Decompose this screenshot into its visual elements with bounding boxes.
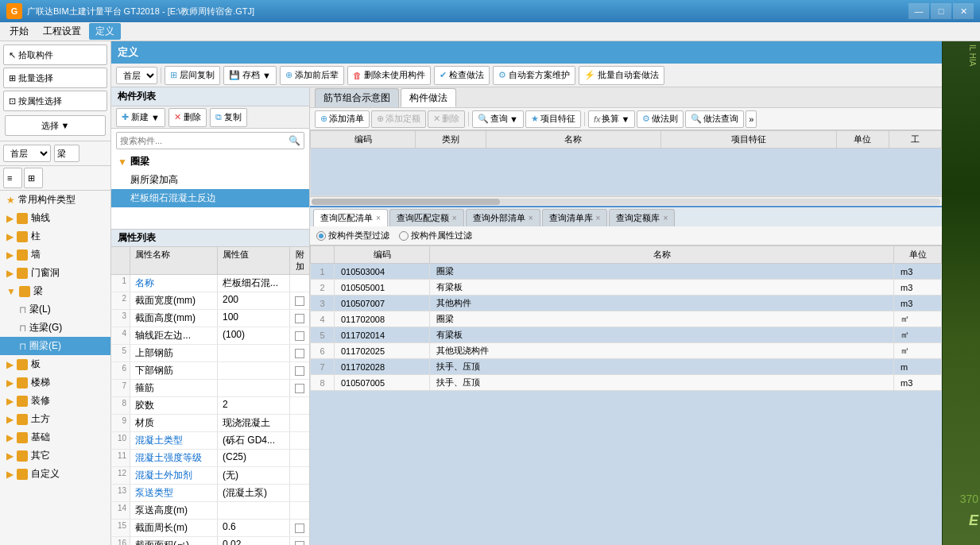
close-button[interactable]: ✕ (953, 3, 974, 19)
comp-item-toilet-beam[interactable]: 厕所梁加高 (111, 171, 309, 189)
method-rule-btn[interactable]: ⚙ 做法则 (637, 110, 684, 128)
tab-rebar-diagram[interactable]: 筋节组合示意图 (315, 88, 399, 107)
tree-item-wall[interactable]: ▶ 墙 (0, 245, 110, 264)
comp-search-input[interactable] (120, 136, 289, 145)
comp-group-beam[interactable]: ▼ 圈梁 (111, 153, 309, 171)
batch-auto-btn[interactable]: ⚡ 批量自动套做法 (579, 66, 664, 85)
props-row-14[interactable]: 14泵送高度(m) (111, 502, 309, 520)
select-dropdown-btn[interactable]: 选择 ▼ (5, 115, 106, 136)
fx-icon: fx (594, 114, 601, 124)
comp-search-bar[interactable]: 🔍 (116, 132, 304, 149)
props-row-7[interactable]: 7箍筋 (111, 380, 309, 397)
tree-item-beam-l[interactable]: ⊓ 梁(L) (0, 300, 110, 319)
maximize-button[interactable]: □ (931, 3, 951, 19)
tab-close-4[interactable]: × (596, 214, 601, 222)
floor-copy-btn[interactable]: ⊞ 层间复制 (165, 66, 220, 85)
add-relation-btn[interactable]: ⊕ 添加前后辈 (280, 66, 344, 85)
props-row-12[interactable]: 12混凝土外加剂(无) (111, 467, 309, 485)
new-comp-btn[interactable]: ✚ 新建 ▼ (116, 108, 165, 127)
tab-close-1[interactable]: × (376, 214, 381, 222)
props-row-4[interactable]: 4轴线距左边...(100) (111, 327, 309, 345)
bottom-table-row[interactable]: 5 011702014 有梁板 ㎡ (311, 327, 942, 343)
add-list-btn[interactable]: ⊕ 添加清单 (315, 110, 370, 128)
bottom-tab-quota-lib[interactable]: 查询定额库 × (609, 209, 675, 226)
props-row-15[interactable]: 15截面周长(m)0.6 (111, 520, 309, 537)
check-method-btn[interactable]: ✔ 检查做法 (434, 66, 490, 85)
bottom-table-row[interactable]: 2 010505001 有梁板 m3 (311, 280, 942, 296)
menu-start[interactable]: 开始 (3, 23, 35, 40)
bottom-tab-match-quota[interactable]: 查询匹配定额 × (389, 209, 464, 226)
grid-view-btn[interactable]: ⊞ (24, 168, 43, 188)
filter-by-type[interactable]: 按构件类型过滤 (316, 230, 389, 242)
tab-close-3[interactable]: × (529, 214, 533, 222)
delete-comp-btn[interactable]: ✕ 删除 (168, 108, 207, 127)
tab-close-5[interactable]: × (663, 214, 668, 222)
more-btn[interactable]: » (746, 110, 757, 128)
tree-item-foundation[interactable]: ▶ 基础 (0, 428, 110, 446)
method-query-btn[interactable]: 🔍 做法查询 (685, 110, 744, 128)
tree-item-axis[interactable]: ▶ 轴线 (0, 209, 110, 227)
bottom-table-row[interactable]: 3 010507007 其他构件 m3 (311, 296, 942, 311)
auto-match-btn[interactable]: ⚙ 自动套方案维护 (493, 66, 575, 85)
add-quota-btn[interactable]: ⊕ 添加定额 (371, 110, 426, 128)
delete-unused-btn[interactable]: 🗑 删除未使用构件 (347, 66, 431, 85)
props-row-13[interactable]: 13泵送类型(混凝土泵) (111, 485, 309, 502)
tree-item-stair[interactable]: ▶ 楼梯 (0, 373, 110, 392)
delete-item-btn[interactable]: ✕ 删除 (428, 110, 465, 128)
floor-selector[interactable]: 首层 (3, 145, 51, 162)
minimize-button[interactable]: — (908, 3, 929, 19)
tree-item-custom[interactable]: ▶ 自定义 (0, 465, 110, 483)
props-row-11[interactable]: 11混凝土强度等级(C25) (111, 450, 309, 467)
bottom-table-row[interactable]: 7 011702028 扶手、压顶 m (311, 359, 942, 375)
tree-item-common[interactable]: ★ 常用构件类型 (0, 191, 110, 209)
tree-item-other[interactable]: ▶ 其它 (0, 446, 110, 465)
bottom-table-row[interactable]: 1 010503004 圈梁 m3 (311, 264, 942, 280)
menu-settings[interactable]: 工程设置 (37, 23, 87, 40)
bottom-tab-list-lib[interactable]: 查询清单库 × (542, 209, 608, 226)
bottom-table-row[interactable]: 8 010507005 扶手、压顶 m3 (311, 375, 942, 391)
batch-select-btn[interactable]: ⊞ 批量选择 (3, 68, 107, 88)
scrollbar-thumb[interactable] (312, 199, 500, 205)
copy-comp-btn[interactable]: ⧉ 复制 (210, 108, 247, 127)
tab-close-2[interactable]: × (452, 214, 457, 222)
tree-item-beam-e[interactable]: ⊓ 圈梁(E) (0, 337, 110, 355)
tree-item-column[interactable]: ▶ 柱 (0, 227, 110, 245)
floor-select-toolbar[interactable]: 首层 (116, 67, 157, 84)
pick-component-btn[interactable]: ↖ 拾取构件 (3, 44, 107, 65)
props-row-8[interactable]: 8胶数2 (111, 397, 309, 415)
project-char-btn[interactable]: ★ 项目特征 (525, 110, 581, 128)
comp-list-toolbar: ✚ 新建 ▼ ✕ 删除 ⧉ 复制 (111, 106, 309, 129)
filter-by-attr[interactable]: 按构件属性过滤 (399, 230, 472, 242)
h-scrollbar[interactable] (310, 196, 942, 206)
bottom-table-row[interactable]: 4 011702008 圈梁 ㎡ (311, 311, 942, 327)
bottom-tab-ext-list[interactable]: 查询外部清单 × (466, 209, 540, 226)
props-row-16[interactable]: 16截面面积(㎡)0.02 (111, 537, 309, 545)
bottom-area: 查询匹配清单 × 查询匹配定额 × 查询外部清单 × (310, 206, 942, 545)
tree-item-door[interactable]: ▶ 门窗洞 (0, 264, 110, 282)
tree-item-beam[interactable]: ▼ 梁 (0, 282, 110, 300)
fx-btn[interactable]: fx 换算 ▼ (588, 110, 635, 128)
props-row-2[interactable]: 2截面宽度(mm)200 (111, 292, 309, 310)
tab-component-method[interactable]: 构件做法 (401, 88, 456, 107)
tree-item-beam-g[interactable]: ⊓ 连梁(G) (0, 319, 110, 337)
tree-item-deco[interactable]: ▶ 装修 (0, 392, 110, 410)
save-btn[interactable]: 💾 存档 ▼ (223, 66, 277, 85)
bottom-tab-match-list[interactable]: 查询匹配清单 × (313, 209, 388, 226)
bt-col-code: 编码 (335, 246, 430, 264)
props-row-10[interactable]: 10混凝土类型(砾石 GD4... (111, 432, 309, 450)
props-row-5[interactable]: 5上部钢筋 (111, 345, 309, 362)
list-view-btn[interactable]: ≡ (3, 168, 22, 188)
props-row-3[interactable]: 3截面高度(mm)100 (111, 310, 309, 327)
bottom-table-row[interactable]: 6 011702025 其他现浇构件 ㎡ (311, 343, 942, 359)
menu-define[interactable]: 定义 (89, 23, 121, 40)
copy-icon2: ⧉ (215, 112, 222, 122)
props-row-9[interactable]: 9材质现浇混凝土 (111, 415, 309, 432)
attr-select-btn[interactable]: ⊡ 按属性选择 (3, 91, 107, 111)
query-btn[interactable]: 🔍 查询 ▼ (472, 110, 524, 128)
beam-type-input[interactable] (54, 145, 79, 162)
comp-item-railing[interactable]: 栏板细石混凝土反边 (111, 189, 309, 207)
props-row-1[interactable]: 1名称栏板细石混... (111, 275, 309, 292)
props-row-6[interactable]: 6下部钢筋 (111, 362, 309, 380)
tree-item-slab[interactable]: ▶ 板 (0, 355, 110, 373)
tree-item-earth[interactable]: ▶ 土方 (0, 410, 110, 428)
